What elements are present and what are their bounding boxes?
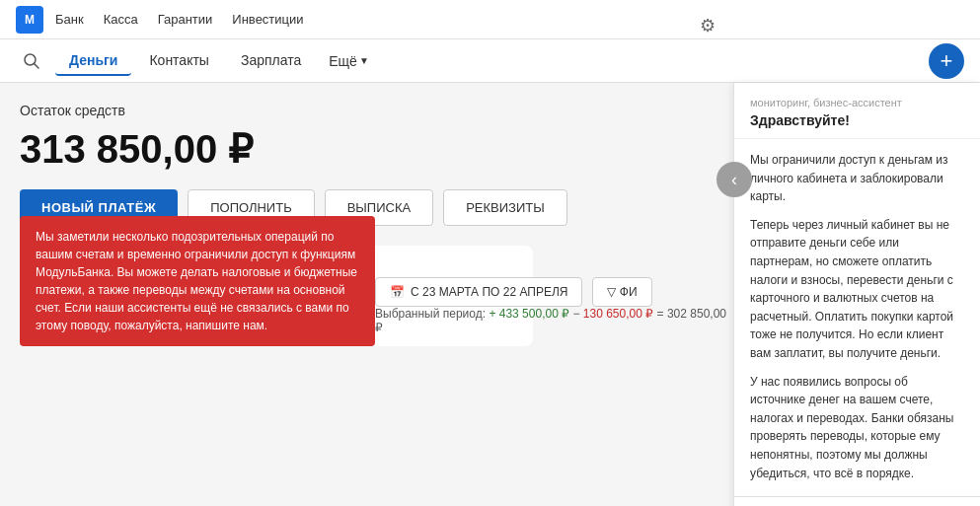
summary-expense: 130 650,00 ₽ (583, 307, 653, 321)
tab-dengi[interactable]: Деньги (55, 46, 131, 76)
filter-row: 📅 С 23 МАРТА ПО 22 АПРЕЛЯ ▽ ФИ (375, 277, 652, 307)
chevron-down-icon: ▼ (359, 55, 369, 66)
chat-input-area[interactable]: 📎 (734, 496, 980, 506)
chat-message-3: У нас появились вопросы об источнике ден… (750, 373, 964, 483)
warning-banner: Мы заметили несколько подозрительных опе… (20, 216, 375, 346)
tab-zarplata[interactable]: Зарплата (227, 46, 315, 76)
filter-button[interactable]: ▽ ФИ (592, 277, 651, 307)
chat-message-2: Теперь через личный кабинет вы не отправ… (750, 216, 964, 363)
top-nav-links: Банк Касса Гарантии Инвестиции (55, 12, 304, 27)
chat-messages: Мы ограничили доступ к деньгам из личног… (734, 139, 980, 496)
settings-icon[interactable]: ⚙ (692, 10, 723, 41)
search-icon[interactable] (16, 45, 47, 77)
top-nav: М Банк Касса Гарантии Инвестиции ⚙ (0, 0, 980, 39)
balance-label: Остаток средств (20, 103, 714, 118)
date-filter-button[interactable]: 📅 С 23 МАРТА ПО 22 АПРЕЛЯ (375, 277, 582, 307)
summary-row: Выбранный период: + 433 500,00 ₽ − 130 6… (375, 307, 733, 334)
chat-source: мониторинг, бизнес-ассистент (750, 97, 964, 108)
summary-prefix: Выбранный период: (375, 307, 486, 321)
chat-back-button[interactable]: ‹ (716, 162, 752, 197)
filter-label: ФИ (620, 285, 638, 299)
chat-message-1: Мы ограничили доступ к деньгам из личног… (750, 151, 964, 206)
chat-panel: ‹ мониторинг, бизнес-ассистент Здравству… (733, 83, 980, 506)
details-button[interactable]: РЕКВИЗИТЫ (443, 189, 567, 226)
sub-nav-tabs: Деньги Контакты Зарплата Ещё ▼ (55, 46, 921, 76)
date-range-label: С 23 МАРТА ПО 22 АПРЕЛЯ (411, 285, 567, 299)
chat-header: мониторинг, бизнес-ассистент Здравствуйт… (734, 83, 980, 139)
summary-income: + 433 500,00 ₽ (489, 307, 569, 321)
add-button[interactable]: + (929, 43, 964, 79)
logo: М (16, 6, 43, 34)
svg-line-1 (35, 63, 39, 68)
warning-text: Мы заметили несколько подозрительных опе… (36, 230, 357, 332)
nav-bank[interactable]: Банк (55, 12, 84, 27)
filter-icon: ▽ (607, 285, 616, 299)
sub-nav: Деньги Контакты Зарплата Ещё ▼ + (0, 39, 980, 83)
balance-amount: 313 850,00 ₽ (20, 126, 714, 172)
tab-more[interactable]: Ещё ▼ (319, 46, 379, 76)
calendar-icon: 📅 (390, 285, 405, 299)
tab-kontakty[interactable]: Контакты (135, 46, 222, 76)
chat-greeting: Здравствуйте! (750, 112, 964, 128)
summary-minus: − (572, 307, 582, 321)
nav-investicii[interactable]: Инвестиции (232, 12, 303, 27)
nav-kassa[interactable]: Касса (104, 12, 138, 27)
nav-garantii[interactable]: Гарантии (158, 12, 213, 27)
main-content: Остаток средств 313 850,00 ₽ НОВЫЙ ПЛАТЁ… (0, 83, 733, 346)
summary-equals: = (657, 307, 667, 321)
